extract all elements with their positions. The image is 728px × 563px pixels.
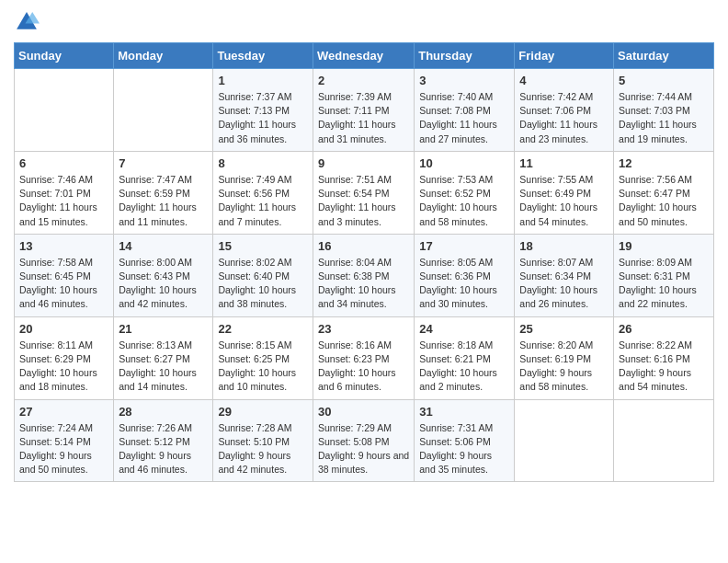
day-number: 10 bbox=[419, 156, 509, 170]
day-header-saturday: Saturday bbox=[614, 43, 714, 69]
calendar-cell: 7Sunrise: 7:47 AM Sunset: 6:59 PM Daylig… bbox=[114, 151, 213, 234]
day-content: Sunrise: 8:07 AM Sunset: 6:34 PM Dayligh… bbox=[519, 256, 609, 312]
day-content: Sunrise: 8:16 AM Sunset: 6:23 PM Dayligh… bbox=[318, 339, 409, 395]
day-content: Sunrise: 7:42 AM Sunset: 7:06 PM Dayligh… bbox=[519, 90, 609, 146]
day-number: 14 bbox=[119, 239, 208, 253]
calendar-cell: 23Sunrise: 8:16 AM Sunset: 6:23 PM Dayli… bbox=[313, 316, 414, 399]
day-content: Sunrise: 8:18 AM Sunset: 6:21 PM Dayligh… bbox=[419, 339, 509, 395]
day-number: 15 bbox=[218, 239, 308, 253]
calendar-cell: 10Sunrise: 7:53 AM Sunset: 6:52 PM Dayli… bbox=[415, 151, 515, 234]
day-content: Sunrise: 7:47 AM Sunset: 6:59 PM Dayligh… bbox=[119, 173, 208, 229]
day-content: Sunrise: 8:11 AM Sunset: 6:29 PM Dayligh… bbox=[19, 339, 108, 395]
calendar-week-row: 1Sunrise: 7:37 AM Sunset: 7:13 PM Daylig… bbox=[15, 69, 714, 152]
day-content: Sunrise: 7:39 AM Sunset: 7:11 PM Dayligh… bbox=[318, 90, 409, 146]
day-content: Sunrise: 8:00 AM Sunset: 6:43 PM Dayligh… bbox=[119, 256, 208, 312]
day-number: 24 bbox=[419, 322, 509, 336]
day-content: Sunrise: 7:24 AM Sunset: 5:14 PM Dayligh… bbox=[19, 421, 108, 477]
day-content: Sunrise: 7:49 AM Sunset: 6:56 PM Dayligh… bbox=[218, 173, 308, 229]
day-content: Sunrise: 8:22 AM Sunset: 6:16 PM Dayligh… bbox=[619, 339, 709, 395]
calendar-week-row: 20Sunrise: 8:11 AM Sunset: 6:29 PM Dayli… bbox=[15, 316, 714, 399]
calendar-cell bbox=[515, 399, 614, 482]
day-number: 6 bbox=[19, 156, 108, 170]
calendar-cell: 15Sunrise: 8:02 AM Sunset: 6:40 PM Dayli… bbox=[213, 234, 313, 316]
calendar-cell: 14Sunrise: 8:00 AM Sunset: 6:43 PM Dayli… bbox=[114, 234, 213, 316]
calendar-cell bbox=[15, 69, 114, 152]
header bbox=[14, 9, 714, 35]
day-number: 31 bbox=[419, 405, 509, 419]
day-number: 8 bbox=[218, 156, 308, 170]
day-number: 19 bbox=[619, 239, 709, 253]
page: SundayMondayTuesdayWednesdayThursdayFrid… bbox=[0, 0, 728, 496]
day-content: Sunrise: 7:58 AM Sunset: 6:45 PM Dayligh… bbox=[19, 256, 108, 312]
day-content: Sunrise: 8:15 AM Sunset: 6:25 PM Dayligh… bbox=[218, 339, 308, 395]
day-content: Sunrise: 7:56 AM Sunset: 6:47 PM Dayligh… bbox=[619, 173, 709, 229]
calendar-cell: 20Sunrise: 8:11 AM Sunset: 6:29 PM Dayli… bbox=[15, 316, 114, 399]
day-header-thursday: Thursday bbox=[415, 43, 515, 69]
day-number: 1 bbox=[218, 74, 308, 87]
calendar-cell: 26Sunrise: 8:22 AM Sunset: 6:16 PM Dayli… bbox=[614, 316, 714, 399]
calendar-cell: 6Sunrise: 7:46 AM Sunset: 7:01 PM Daylig… bbox=[15, 151, 114, 234]
day-content: Sunrise: 7:51 AM Sunset: 6:54 PM Dayligh… bbox=[318, 173, 409, 229]
day-number: 13 bbox=[19, 239, 108, 253]
day-content: Sunrise: 8:09 AM Sunset: 6:31 PM Dayligh… bbox=[619, 256, 709, 312]
calendar-cell: 1Sunrise: 7:37 AM Sunset: 7:13 PM Daylig… bbox=[213, 69, 313, 152]
calendar-cell bbox=[614, 399, 714, 482]
day-header-sunday: Sunday bbox=[15, 43, 114, 69]
day-content: Sunrise: 7:29 AM Sunset: 5:08 PM Dayligh… bbox=[318, 421, 409, 477]
day-number: 28 bbox=[119, 405, 208, 419]
calendar-cell: 11Sunrise: 7:55 AM Sunset: 6:49 PM Dayli… bbox=[515, 151, 614, 234]
calendar-cell: 5Sunrise: 7:44 AM Sunset: 7:03 PM Daylig… bbox=[614, 69, 714, 152]
day-content: Sunrise: 7:46 AM Sunset: 7:01 PM Dayligh… bbox=[19, 173, 108, 229]
day-content: Sunrise: 7:40 AM Sunset: 7:08 PM Dayligh… bbox=[419, 90, 509, 146]
day-number: 21 bbox=[119, 322, 208, 336]
day-number: 20 bbox=[19, 322, 108, 336]
day-content: Sunrise: 7:37 AM Sunset: 7:13 PM Dayligh… bbox=[218, 90, 308, 146]
day-number: 2 bbox=[318, 74, 409, 87]
calendar-cell: 24Sunrise: 8:18 AM Sunset: 6:21 PM Dayli… bbox=[415, 316, 515, 399]
calendar-cell: 22Sunrise: 8:15 AM Sunset: 6:25 PM Dayli… bbox=[213, 316, 313, 399]
day-number: 23 bbox=[318, 322, 409, 336]
day-header-tuesday: Tuesday bbox=[213, 43, 313, 69]
day-header-friday: Friday bbox=[515, 43, 614, 69]
day-number: 29 bbox=[218, 405, 308, 419]
calendar-cell: 19Sunrise: 8:09 AM Sunset: 6:31 PM Dayli… bbox=[614, 234, 714, 316]
calendar-cell: 17Sunrise: 8:05 AM Sunset: 6:36 PM Dayli… bbox=[415, 234, 515, 316]
calendar-header-row: SundayMondayTuesdayWednesdayThursdayFrid… bbox=[15, 43, 714, 69]
day-number: 7 bbox=[119, 156, 208, 170]
calendar-cell: 25Sunrise: 8:20 AM Sunset: 6:19 PM Dayli… bbox=[515, 316, 614, 399]
day-number: 5 bbox=[619, 74, 709, 87]
day-content: Sunrise: 7:53 AM Sunset: 6:52 PM Dayligh… bbox=[419, 173, 509, 229]
calendar-cell: 12Sunrise: 7:56 AM Sunset: 6:47 PM Dayli… bbox=[614, 151, 714, 234]
day-number: 30 bbox=[318, 405, 409, 419]
day-content: Sunrise: 8:13 AM Sunset: 6:27 PM Dayligh… bbox=[119, 339, 208, 395]
calendar-cell: 9Sunrise: 7:51 AM Sunset: 6:54 PM Daylig… bbox=[313, 151, 414, 234]
day-header-monday: Monday bbox=[114, 43, 213, 69]
calendar-cell: 18Sunrise: 8:07 AM Sunset: 6:34 PM Dayli… bbox=[515, 234, 614, 316]
day-number: 12 bbox=[619, 156, 709, 170]
day-number: 26 bbox=[619, 322, 709, 336]
day-number: 17 bbox=[419, 239, 509, 253]
logo bbox=[14, 9, 43, 35]
calendar-cell: 13Sunrise: 7:58 AM Sunset: 6:45 PM Dayli… bbox=[15, 234, 114, 316]
day-number: 4 bbox=[519, 74, 609, 87]
day-header-wednesday: Wednesday bbox=[313, 43, 414, 69]
day-content: Sunrise: 7:44 AM Sunset: 7:03 PM Dayligh… bbox=[619, 90, 709, 146]
day-content: Sunrise: 7:55 AM Sunset: 6:49 PM Dayligh… bbox=[519, 173, 609, 229]
calendar-cell: 31Sunrise: 7:31 AM Sunset: 5:06 PM Dayli… bbox=[415, 399, 515, 482]
day-content: Sunrise: 7:31 AM Sunset: 5:06 PM Dayligh… bbox=[419, 421, 509, 477]
day-number: 18 bbox=[519, 239, 609, 253]
calendar-cell: 8Sunrise: 7:49 AM Sunset: 6:56 PM Daylig… bbox=[213, 151, 313, 234]
day-number: 16 bbox=[318, 239, 409, 253]
day-content: Sunrise: 7:26 AM Sunset: 5:12 PM Dayligh… bbox=[119, 421, 208, 477]
calendar-cell: 27Sunrise: 7:24 AM Sunset: 5:14 PM Dayli… bbox=[15, 399, 114, 482]
day-content: Sunrise: 8:05 AM Sunset: 6:36 PM Dayligh… bbox=[419, 256, 509, 312]
calendar-cell: 2Sunrise: 7:39 AM Sunset: 7:11 PM Daylig… bbox=[313, 69, 414, 152]
day-number: 25 bbox=[519, 322, 609, 336]
day-number: 3 bbox=[419, 74, 509, 87]
day-number: 11 bbox=[519, 156, 609, 170]
calendar-cell: 30Sunrise: 7:29 AM Sunset: 5:08 PM Dayli… bbox=[313, 399, 414, 482]
calendar-table: SundayMondayTuesdayWednesdayThursdayFrid… bbox=[14, 42, 714, 482]
day-content: Sunrise: 8:04 AM Sunset: 6:38 PM Dayligh… bbox=[318, 256, 409, 312]
calendar-week-row: 13Sunrise: 7:58 AM Sunset: 6:45 PM Dayli… bbox=[15, 234, 714, 316]
calendar-cell: 28Sunrise: 7:26 AM Sunset: 5:12 PM Dayli… bbox=[114, 399, 213, 482]
